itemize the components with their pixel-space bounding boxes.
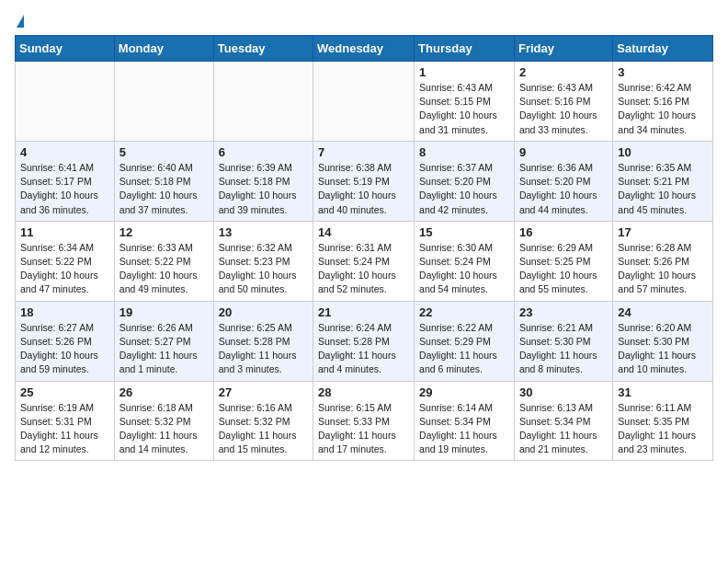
calendar-cell: 15Sunrise: 6:30 AM Sunset: 5:24 PM Dayli… (415, 221, 515, 301)
day-info: Sunrise: 6:40 AM Sunset: 5:18 PM Dayligh… (119, 161, 209, 217)
calendar-cell (114, 62, 213, 142)
calendar-cell: 12Sunrise: 6:33 AM Sunset: 5:22 PM Dayli… (114, 221, 213, 301)
day-number: 23 (519, 305, 608, 319)
day-info: Sunrise: 6:33 AM Sunset: 5:22 PM Dayligh… (119, 241, 209, 297)
day-info: Sunrise: 6:24 AM Sunset: 5:28 PM Dayligh… (318, 321, 409, 377)
calendar-header-saturday: Saturday (613, 36, 713, 62)
calendar-header-tuesday: Tuesday (213, 36, 313, 62)
day-info: Sunrise: 6:31 AM Sunset: 5:24 PM Dayligh… (318, 241, 409, 297)
day-info: Sunrise: 6:41 AM Sunset: 5:17 PM Dayligh… (20, 161, 109, 217)
day-info: Sunrise: 6:43 AM Sunset: 5:15 PM Dayligh… (419, 81, 509, 137)
calendar-table: SundayMondayTuesdayWednesdayThursdayFrid… (15, 35, 713, 461)
calendar-cell: 27Sunrise: 6:16 AM Sunset: 5:32 PM Dayli… (213, 381, 313, 461)
calendar-header-friday: Friday (514, 36, 612, 62)
calendar-cell: 18Sunrise: 6:27 AM Sunset: 5:26 PM Dayli… (16, 301, 115, 381)
calendar-header-thursday: Thursday (415, 36, 515, 62)
day-info: Sunrise: 6:29 AM Sunset: 5:25 PM Dayligh… (519, 241, 608, 297)
calendar-cell: 1Sunrise: 6:43 AM Sunset: 5:15 PM Daylig… (415, 62, 515, 142)
day-info: Sunrise: 6:37 AM Sunset: 5:20 PM Dayligh… (419, 161, 509, 217)
day-info: Sunrise: 6:30 AM Sunset: 5:24 PM Dayligh… (419, 241, 509, 297)
calendar-header-wednesday: Wednesday (313, 36, 415, 62)
day-number: 13 (219, 225, 308, 239)
calendar-cell: 30Sunrise: 6:13 AM Sunset: 5:34 PM Dayli… (514, 381, 612, 461)
calendar-cell (213, 62, 313, 142)
logo (15, 15, 24, 28)
day-number: 24 (618, 305, 708, 319)
day-number: 16 (519, 225, 608, 239)
calendar-cell: 17Sunrise: 6:28 AM Sunset: 5:26 PM Dayli… (613, 221, 713, 301)
calendar-cell: 7Sunrise: 6:38 AM Sunset: 5:19 PM Daylig… (313, 141, 415, 221)
day-info: Sunrise: 6:25 AM Sunset: 5:28 PM Dayligh… (219, 321, 308, 377)
day-number: 4 (20, 145, 109, 159)
day-number: 20 (219, 305, 308, 319)
day-number: 19 (119, 305, 209, 319)
calendar-cell: 9Sunrise: 6:36 AM Sunset: 5:20 PM Daylig… (514, 141, 612, 221)
calendar-cell: 2Sunrise: 6:43 AM Sunset: 5:16 PM Daylig… (514, 62, 612, 142)
day-info: Sunrise: 6:34 AM Sunset: 5:22 PM Dayligh… (20, 241, 109, 297)
calendar-cell: 26Sunrise: 6:18 AM Sunset: 5:32 PM Dayli… (114, 381, 213, 461)
calendar-cell: 19Sunrise: 6:26 AM Sunset: 5:27 PM Dayli… (114, 301, 213, 381)
day-number: 15 (419, 225, 509, 239)
day-number: 26 (119, 385, 209, 399)
calendar-week-row: 25Sunrise: 6:19 AM Sunset: 5:31 PM Dayli… (16, 381, 713, 461)
calendar-cell: 10Sunrise: 6:35 AM Sunset: 5:21 PM Dayli… (613, 141, 713, 221)
calendar-cell: 20Sunrise: 6:25 AM Sunset: 5:28 PM Dayli… (213, 301, 313, 381)
logo-triangle-icon (17, 15, 24, 28)
day-info: Sunrise: 6:22 AM Sunset: 5:29 PM Dayligh… (419, 321, 509, 377)
day-number: 29 (419, 385, 509, 399)
calendar-cell: 13Sunrise: 6:32 AM Sunset: 5:23 PM Dayli… (213, 221, 313, 301)
day-number: 12 (119, 225, 209, 239)
day-info: Sunrise: 6:21 AM Sunset: 5:30 PM Dayligh… (519, 321, 608, 377)
calendar-cell: 22Sunrise: 6:22 AM Sunset: 5:29 PM Dayli… (415, 301, 515, 381)
calendar-cell: 5Sunrise: 6:40 AM Sunset: 5:18 PM Daylig… (114, 141, 213, 221)
calendar-cell (313, 62, 415, 142)
day-number: 14 (318, 225, 409, 239)
calendar-cell: 28Sunrise: 6:15 AM Sunset: 5:33 PM Dayli… (313, 381, 415, 461)
day-info: Sunrise: 6:39 AM Sunset: 5:18 PM Dayligh… (219, 161, 308, 217)
day-info: Sunrise: 6:43 AM Sunset: 5:16 PM Dayligh… (519, 81, 608, 137)
day-info: Sunrise: 6:38 AM Sunset: 5:19 PM Dayligh… (318, 161, 409, 217)
calendar-cell: 4Sunrise: 6:41 AM Sunset: 5:17 PM Daylig… (16, 141, 115, 221)
day-number: 18 (20, 305, 109, 319)
page-header (15, 15, 713, 28)
calendar-cell: 11Sunrise: 6:34 AM Sunset: 5:22 PM Dayli… (16, 221, 115, 301)
calendar-cell: 24Sunrise: 6:20 AM Sunset: 5:30 PM Dayli… (613, 301, 713, 381)
calendar-cell: 29Sunrise: 6:14 AM Sunset: 5:34 PM Dayli… (415, 381, 515, 461)
day-info: Sunrise: 6:14 AM Sunset: 5:34 PM Dayligh… (419, 401, 509, 457)
calendar-cell: 6Sunrise: 6:39 AM Sunset: 5:18 PM Daylig… (213, 141, 313, 221)
day-number: 31 (618, 385, 708, 399)
day-number: 30 (519, 385, 608, 399)
calendar-cell: 3Sunrise: 6:42 AM Sunset: 5:16 PM Daylig… (613, 62, 713, 142)
day-info: Sunrise: 6:26 AM Sunset: 5:27 PM Dayligh… (119, 321, 209, 377)
day-info: Sunrise: 6:36 AM Sunset: 5:20 PM Dayligh… (519, 161, 608, 217)
calendar-cell: 16Sunrise: 6:29 AM Sunset: 5:25 PM Dayli… (514, 221, 612, 301)
day-number: 3 (618, 65, 708, 79)
day-number: 1 (419, 65, 509, 79)
day-number: 5 (119, 145, 209, 159)
day-info: Sunrise: 6:19 AM Sunset: 5:31 PM Dayligh… (20, 401, 109, 457)
calendar-header-row: SundayMondayTuesdayWednesdayThursdayFrid… (16, 36, 713, 62)
calendar-cell: 31Sunrise: 6:11 AM Sunset: 5:35 PM Dayli… (613, 381, 713, 461)
day-info: Sunrise: 6:42 AM Sunset: 5:16 PM Dayligh… (618, 81, 708, 137)
calendar-cell (16, 62, 115, 142)
day-number: 11 (20, 225, 109, 239)
day-number: 28 (318, 385, 409, 399)
day-info: Sunrise: 6:16 AM Sunset: 5:32 PM Dayligh… (219, 401, 308, 457)
day-info: Sunrise: 6:13 AM Sunset: 5:34 PM Dayligh… (519, 401, 608, 457)
day-number: 2 (519, 65, 608, 79)
day-number: 21 (318, 305, 409, 319)
calendar-header-monday: Monday (114, 36, 213, 62)
day-info: Sunrise: 6:32 AM Sunset: 5:23 PM Dayligh… (219, 241, 308, 297)
day-info: Sunrise: 6:11 AM Sunset: 5:35 PM Dayligh… (618, 401, 708, 457)
day-number: 10 (618, 145, 708, 159)
day-number: 7 (318, 145, 409, 159)
day-number: 6 (219, 145, 308, 159)
day-number: 8 (419, 145, 509, 159)
calendar-week-row: 1Sunrise: 6:43 AM Sunset: 5:15 PM Daylig… (16, 62, 713, 142)
calendar-cell: 8Sunrise: 6:37 AM Sunset: 5:20 PM Daylig… (415, 141, 515, 221)
day-info: Sunrise: 6:28 AM Sunset: 5:26 PM Dayligh… (618, 241, 708, 297)
calendar-header-sunday: Sunday (16, 36, 115, 62)
day-info: Sunrise: 6:20 AM Sunset: 5:30 PM Dayligh… (618, 321, 708, 377)
calendar-week-row: 11Sunrise: 6:34 AM Sunset: 5:22 PM Dayli… (16, 221, 713, 301)
day-info: Sunrise: 6:27 AM Sunset: 5:26 PM Dayligh… (20, 321, 109, 377)
